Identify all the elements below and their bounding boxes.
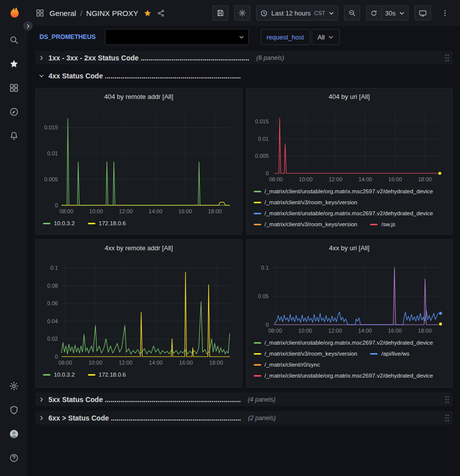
chart-404-by-remote-addr[interactable]: 08:0010:0012:0014:0016:0018:0000.0050.01… [39, 104, 238, 216]
zoom-out-icon [348, 9, 356, 17]
panel-grid-4xx: 404 by remote addr [All] 08:0010:0012:00… [35, 88, 453, 388]
chart-4xx-by-uri[interactable]: 08:0010:0012:0014:0016:0018:0000.050.1 [250, 256, 449, 336]
sidebar-item-configuration[interactable] [0, 374, 27, 398]
refresh-interval-select[interactable]: 30s [381, 5, 409, 20]
svg-text:0.06: 0.06 [47, 300, 58, 306]
dashboard-canvas: 1xx - 3xx - 2xx Status Code ............… [27, 48, 460, 476]
more-options-button[interactable] [437, 5, 453, 20]
panel-title[interactable]: 4xx by remote addr [All] [36, 240, 242, 256]
legend-item[interactable]: /api/live/ws [370, 351, 409, 357]
row-5xx[interactable]: 5xx Status Code ........................… [35, 393, 453, 406]
chevron-right-icon [38, 397, 44, 403]
breadcrumb-dashboard-title[interactable]: NGINX PROXY [86, 9, 138, 17]
variable-datasource-select[interactable] [105, 29, 249, 45]
legend-item[interactable]: /_matrix/client/unstable/org.matrix.msc2… [254, 340, 434, 346]
variable-request-host-select[interactable]: All [312, 29, 340, 45]
legend-item[interactable]: /_matrix/client/unstable/org.matrix.msc2… [254, 210, 434, 216]
chevron-right-icon [26, 24, 30, 28]
panel-title[interactable]: 404 by uri [All] [247, 88, 453, 104]
variable-request-host: request_host All [261, 29, 340, 45]
legend-item[interactable]: /_matrix/client/unstable/org.matrix.msc2… [254, 373, 434, 379]
sidebar-item-server-admin[interactable] [0, 398, 27, 422]
chart-404-by-uri[interactable]: 08:0010:0012:0014:0016:0018:0000.0050.01… [250, 104, 449, 184]
legend-item[interactable]: 172.18.0.6 [88, 372, 126, 378]
variable-request-host-label-box[interactable]: request_host [261, 29, 310, 45]
row-title: 1xx - 3xx - 2xx Status Code ............… [48, 54, 249, 62]
compass-icon [9, 107, 19, 117]
svg-text:16:00: 16:00 [178, 208, 192, 214]
legend-item[interactable]: /sw.js [370, 221, 395, 227]
row-panel-count: (2 panels) [248, 415, 276, 422]
sidebar-item-starred[interactable] [0, 52, 27, 76]
sidebar-item-profile[interactable] [0, 422, 27, 446]
star-icon [9, 59, 19, 69]
row-panel-count: (6 panels) [256, 54, 284, 61]
favorite-star-icon[interactable] [143, 9, 152, 17]
row-drag-handle[interactable] [445, 54, 450, 62]
panel-404-by-uri: 404 by uri [All] 08:0010:0012:0014:0016:… [246, 88, 453, 235]
time-range-label: Last 12 hours [271, 9, 311, 17]
sidebar-item-dashboards[interactable] [0, 76, 27, 100]
sidebar-expand-button[interactable] [23, 21, 32, 30]
svg-text:14:00: 14:00 [149, 208, 163, 214]
grafana-flame-icon [6, 4, 21, 19]
sidebar [0, 0, 27, 476]
legend-item[interactable]: /_matrix/client/unstable/org.matrix.msc2… [254, 188, 434, 194]
legend-item[interactable]: /_matrix/client/v3/room_keys/version [254, 199, 358, 205]
sidebar-item-help[interactable] [0, 446, 27, 470]
svg-text:0.01: 0.01 [258, 136, 268, 142]
save-dashboard-button[interactable] [212, 5, 228, 20]
sidebar-item-explore[interactable] [0, 100, 27, 124]
topbar: General / NGINX PROXY [27, 0, 460, 26]
zoom-out-button[interactable] [344, 5, 360, 20]
breadcrumb-section[interactable]: General [49, 9, 76, 17]
panel-title[interactable]: 4xx by uri [All] [247, 240, 453, 256]
svg-text:08:00: 08:00 [268, 328, 282, 334]
row-drag-handle[interactable] [445, 396, 450, 404]
refresh-button[interactable] [366, 5, 382, 20]
monitor-icon [419, 9, 427, 17]
row-panel-count: (4 panels) [248, 396, 276, 403]
svg-text:12:00: 12:00 [119, 360, 133, 366]
row-title: 4xx Status Code ........................… [48, 72, 241, 80]
svg-text:0.01: 0.01 [47, 150, 58, 156]
shield-icon [9, 405, 19, 415]
svg-text:16:00: 16:00 [179, 360, 193, 366]
svg-text:12:00: 12:00 [119, 208, 133, 214]
legend-item[interactable]: 10.0.3.2 [43, 372, 75, 378]
legend-item[interactable]: /_matrix/client/v3/room_keys/version [254, 351, 358, 357]
time-range-picker[interactable]: Last 12 hours CST [256, 5, 338, 20]
legend-item[interactable]: 172.18.0.6 [88, 220, 126, 226]
svg-text:0.04: 0.04 [47, 318, 58, 324]
variable-datasource-label[interactable]: DS_PROMETHEUS [35, 33, 100, 40]
caret-down-icon [329, 10, 334, 16]
row-1xx-3xx-2xx[interactable]: 1xx - 3xx - 2xx Status Code ............… [35, 51, 453, 64]
share-icon[interactable] [157, 9, 165, 17]
cycle-view-button[interactable] [415, 5, 431, 20]
row-6xx[interactable]: 6xx > Status Code ......................… [35, 411, 453, 425]
grafana-app: General / NGINX PROXY [0, 0, 460, 476]
grafana-logo[interactable] [6, 4, 21, 21]
svg-text:16:00: 16:00 [388, 328, 402, 334]
sidebar-item-alerting[interactable] [0, 124, 27, 148]
save-icon [216, 9, 224, 17]
legend-item[interactable]: /_matrix/client/v3/room_keys/version [254, 221, 358, 227]
row-drag-handle[interactable] [445, 414, 450, 422]
bell-icon [9, 131, 19, 141]
panel-title[interactable]: 404 by remote addr [All] [36, 88, 242, 104]
sidebar-item-search[interactable] [0, 28, 27, 52]
svg-text:0.02: 0.02 [47, 336, 58, 342]
row-title: 6xx > Status Code ......................… [48, 414, 241, 422]
row-4xx[interactable]: 4xx Status Code ........................… [35, 69, 453, 82]
legend-item[interactable]: /_matrix/client/r0/sync [254, 362, 320, 368]
legend-series-color [254, 224, 261, 225]
chart-4xx-by-remote-addr[interactable]: 08:0010:0012:0014:0016:0018:0000.020.040… [39, 256, 238, 368]
legend-item[interactable]: 10.0.3.2 [43, 220, 75, 226]
caret-down-icon [328, 34, 334, 40]
timezone-label: CST [314, 10, 325, 16]
dashboard-settings-button[interactable] [234, 5, 250, 20]
breadcrumb: General / NGINX PROXY [49, 9, 138, 17]
legend: /_matrix/client/unstable/org.matrix.msc2… [247, 336, 453, 381]
svg-text:08:00: 08:00 [58, 360, 72, 366]
svg-text:0.005: 0.005 [44, 176, 58, 182]
